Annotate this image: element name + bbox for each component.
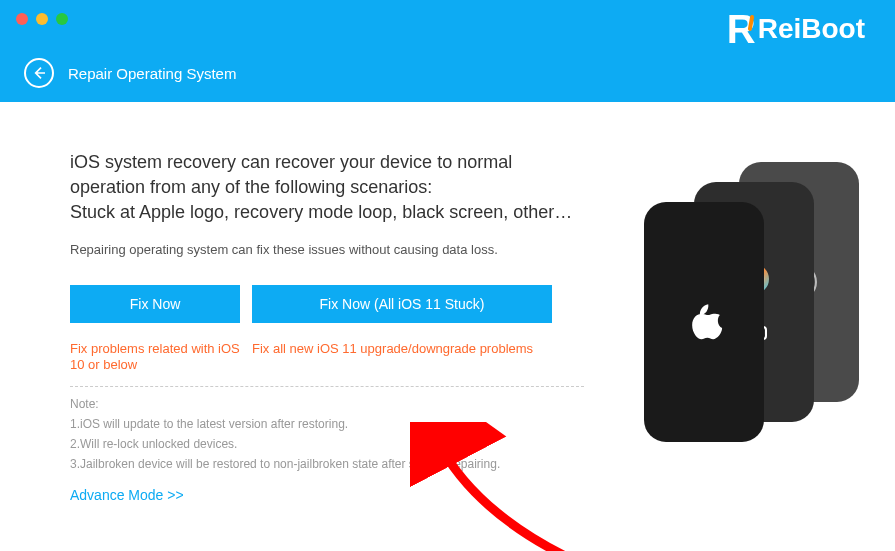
note-3: 3.Jailbroken device will be restored to …: [70, 457, 584, 471]
arrow-left-icon: [31, 65, 47, 81]
close-icon[interactable]: [16, 13, 28, 25]
fix-now-button[interactable]: Fix Now: [70, 285, 240, 323]
heading: iOS system recovery can recover your dev…: [70, 150, 584, 226]
note-label: Note:: [70, 397, 584, 411]
advance-mode-link[interactable]: Advance Mode >>: [70, 487, 184, 503]
back-button[interactable]: [24, 58, 54, 88]
app-logo: RReiBoot: [727, 7, 865, 52]
heading-line2: Stuck at Apple logo, recovery mode loop,…: [70, 202, 572, 222]
device-illustration: ? ♪: [614, 102, 895, 504]
subtext: Repairing operating system can fix these…: [70, 242, 584, 257]
fix-now-ios11-caption: Fix all new iOS 11 upgrade/downgrade pro…: [252, 341, 552, 375]
apple-icon: [685, 300, 723, 344]
phone-apple-logo: [644, 202, 764, 442]
fix-now-caption: Fix problems related with iOS 10 or belo…: [70, 341, 240, 375]
app-name: ReiBoot: [758, 13, 865, 45]
window-controls: [16, 13, 68, 25]
fix-now-ios11-button[interactable]: Fix Now (All iOS 11 Stuck): [252, 285, 552, 323]
note-1: 1.iOS will update to the latest version …: [70, 417, 584, 431]
minimize-icon[interactable]: [36, 13, 48, 25]
notes: Note: 1.iOS will update to the latest ve…: [70, 386, 584, 471]
subheader: Repair Operating System: [0, 58, 895, 102]
page-title: Repair Operating System: [68, 65, 236, 82]
main-content: iOS system recovery can recover your dev…: [0, 102, 614, 504]
titlebar: RReiBoot: [0, 0, 895, 58]
heading-line1: iOS system recovery can recover your dev…: [70, 152, 512, 197]
maximize-icon[interactable]: [56, 13, 68, 25]
note-2: 2.Will re-lock unlocked devices.: [70, 437, 584, 451]
